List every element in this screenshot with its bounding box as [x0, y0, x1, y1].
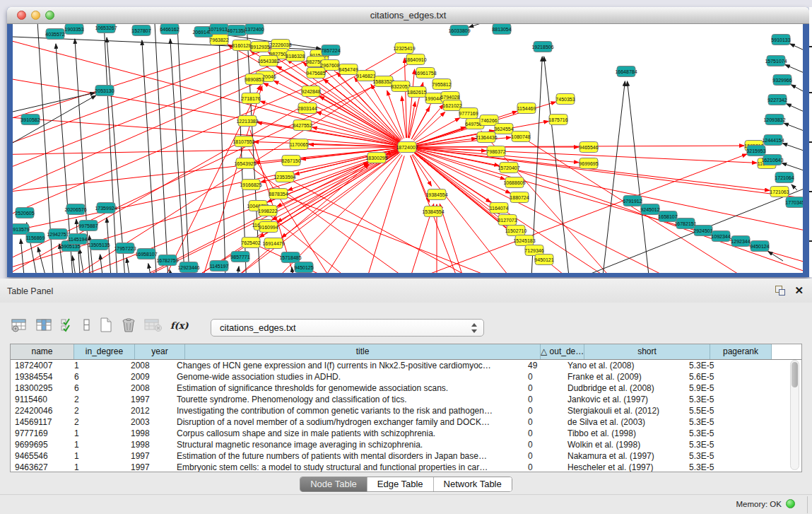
network-edge[interactable] [319, 96, 399, 142]
tab-edge-table[interactable]: Edge Table [367, 477, 433, 491]
network-node[interactable]: 15718485 [279, 252, 301, 263]
network-node[interactable]: 5910133 [771, 35, 790, 45]
network-node[interactable]: 8454749 [339, 64, 358, 75]
network-node[interactable]: 15384554 [422, 206, 444, 217]
table-settings-icon[interactable] [11, 317, 28, 334]
network-node[interactable]: 2924501 [693, 226, 712, 236]
network-node[interactable]: 9245012 [640, 204, 659, 215]
network-node[interactable]: 1721064 [775, 173, 794, 183]
network-node[interactable]: 1658107 [658, 211, 677, 222]
network-edge[interactable] [782, 163, 803, 171]
network-edge[interactable] [13, 93, 95, 112]
network-node[interactable]: 1164074 [490, 203, 509, 214]
network-node[interactable]: 1156869 [26, 233, 45, 243]
network-node[interactable]: 1372400 [245, 24, 264, 35]
network-node[interactable]: 12093832 [763, 115, 785, 125]
network-edge[interactable] [100, 255, 106, 273]
table-row[interactable]: 911546021997Tourette syndrome. Phenomeno… [11, 394, 801, 405]
network-node[interactable]: 20206576 [64, 204, 86, 215]
network-edge[interactable] [287, 197, 620, 273]
network-node[interactable]: 1154469 [517, 103, 536, 114]
network-node[interactable]: 7955812 [432, 79, 451, 90]
tab-network-table[interactable]: Network Table [433, 477, 512, 491]
table-select-dropdown[interactable]: citations_edges.txt [211, 319, 484, 337]
network-node[interactable]: 13505135 [88, 240, 110, 250]
network-node[interactable]: 7857224 [321, 45, 340, 56]
network-node[interactable]: 1862615 [407, 87, 426, 98]
network-node[interactable]: 7625402 [241, 238, 260, 248]
network-edge[interactable] [791, 85, 803, 93]
network-node[interactable]: 1527807 [131, 25, 151, 36]
network-node[interactable]: 16033809 [448, 25, 470, 36]
network-node[interactable]: 8912935 [250, 42, 269, 52]
network-node[interactable]: 1080748 [511, 132, 530, 142]
network-node[interactable]: 16914479 [262, 238, 284, 249]
network-node[interactable]: 2520605 [15, 208, 34, 218]
network-node[interactable]: 10688609 [503, 177, 525, 188]
network-node[interactable]: 17957223 [114, 243, 136, 254]
network-node[interactable]: 1770345 [785, 197, 803, 208]
network-edge[interactable] [79, 249, 89, 273]
network-edge[interactable] [544, 57, 572, 273]
network-edge[interactable] [782, 144, 803, 151]
network-node[interactable]: 11502710 [505, 226, 527, 236]
table-row[interactable]: 1830029562008Estimation of significance … [11, 382, 801, 394]
network-node[interactable]: 9242848 [301, 86, 320, 97]
network-node[interactable]: 9450125 [294, 262, 313, 273]
network-node[interactable]: 16958107 [135, 249, 157, 259]
table-row[interactable]: 946554611997Estimation of the future num… [11, 450, 801, 462]
network-node[interactable]: 21364436 [475, 132, 497, 143]
network-node[interactable]: 12353594 [273, 172, 295, 182]
network-node[interactable]: 1998222 [258, 206, 277, 216]
network-node[interactable]: 8127073 [498, 215, 517, 226]
network-edge[interactable] [233, 267, 239, 273]
select-rows-icon[interactable] [61, 317, 75, 334]
network-edge[interactable] [288, 155, 402, 273]
column-header-short[interactable]: short [584, 344, 710, 359]
delete-rows-trash-icon[interactable] [121, 317, 136, 334]
network-node[interactable]: 8160128 [232, 40, 251, 51]
network-node[interactable]: 10653267 [95, 24, 117, 33]
network-node[interactable]: 9857771 [230, 252, 249, 262]
network-node[interactable]: 8878354 [269, 189, 288, 199]
network-node[interactable]: 9227342 [767, 95, 787, 105]
network-node[interactable]: 17359924 [95, 203, 117, 214]
column-header-name[interactable]: name [11, 344, 74, 359]
network-node[interactable]: 12942757 [47, 229, 69, 240]
network-node[interactable]: 3215953 [746, 146, 765, 156]
network-edge[interactable] [411, 156, 479, 273]
network-node[interactable]: 8267150 [281, 156, 300, 166]
network-node[interactable]: 1721063 [770, 187, 789, 197]
network-edge[interactable] [20, 239, 27, 273]
table-row[interactable]: 977716911998Corpus callosum shape and si… [11, 428, 801, 439]
network-node[interactable]: 19384554 [425, 189, 447, 200]
network-node[interactable]: 9975887 [78, 221, 98, 231]
network-node[interactable]: 9699695 [579, 158, 598, 169]
network-node[interactable]: 16543382 [257, 56, 279, 66]
network-edge[interactable] [352, 156, 404, 273]
network-node[interactable]: 12325419 [393, 43, 415, 54]
row-height-icon[interactable] [83, 317, 91, 334]
network-node[interactable]: 8813054 [492, 24, 511, 35]
network-node[interactable]: 9450121 [534, 255, 553, 265]
network-node[interactable]: 1903353 [64, 24, 83, 35]
function-builder-icon[interactable]: f(x) [170, 317, 189, 334]
network-node[interactable]: 1880724 [510, 192, 529, 203]
network-node[interactable]: 1145194 [69, 234, 88, 245]
network-node[interactable]: 18640910 [404, 54, 426, 65]
network-node[interactable]: 9777169 [459, 108, 478, 119]
network-edge[interactable] [408, 69, 414, 138]
column-header-in_degree[interactable]: in_degree [74, 344, 135, 359]
table-row[interactable]: 969969511998Structural magnetic resonanc… [11, 439, 801, 450]
column-header-out_de[interactable]: △ out_de… [541, 344, 584, 359]
new-document-icon[interactable] [99, 317, 113, 334]
network-node[interactable]: 7450353 [555, 94, 575, 105]
network-node[interactable]: 1292344 [731, 236, 750, 247]
column-header-title[interactable]: title [185, 344, 541, 359]
table-row[interactable]: 946362711997Embryonic stem cells: a mode… [11, 462, 801, 472]
network-node[interactable]: 6791912 [623, 196, 642, 206]
network-node[interactable]: 9450124 [750, 241, 769, 252]
network-node[interactable]: 8427552 [293, 120, 312, 131]
table-header-row[interactable]: namein_degreeyeartitle△ out_de…shortpage… [11, 344, 801, 360]
network-node[interactable]: 15720407 [498, 163, 519, 173]
